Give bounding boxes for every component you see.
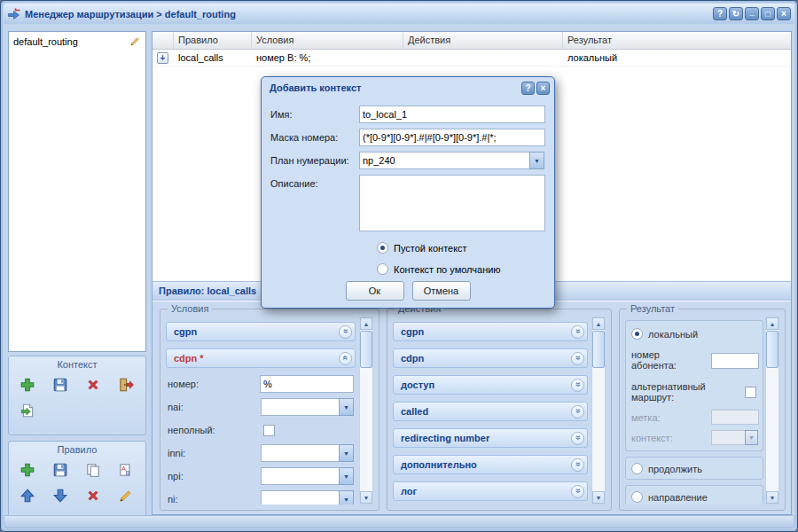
- scroll-up-icon[interactable]: ▲: [766, 317, 778, 330]
- scroll-up-icon[interactable]: ▲: [592, 317, 605, 330]
- description-field[interactable]: [359, 175, 545, 231]
- inni-combo[interactable]: ▼: [261, 444, 354, 462]
- delete-rule-button[interactable]: [82, 485, 104, 506]
- status-bar: [4, 515, 794, 528]
- empty-context-radio[interactable]: [377, 242, 388, 254]
- export-context-button[interactable]: [115, 374, 137, 395]
- edit-rule-button[interactable]: [115, 485, 137, 506]
- copy-rule-button[interactable]: [82, 459, 104, 481]
- add-context-button[interactable]: [17, 374, 38, 395]
- chevron-down-icon[interactable]: «: [339, 325, 352, 339]
- section-cgpn-action[interactable]: cgpn «: [393, 322, 588, 341]
- actions-scrollbar[interactable]: ▲ ▼: [591, 317, 606, 505]
- edit-pencil-icon[interactable]: [129, 35, 141, 47]
- section-label: cgpn: [401, 326, 424, 337]
- delete-icon: [85, 488, 101, 504]
- numbering-plan-input[interactable]: [359, 152, 530, 169]
- continue-radio[interactable]: [631, 463, 643, 474]
- mask-field[interactable]: [359, 129, 545, 146]
- conditions-fieldset: Условия cgpn « cdpn * « номер:: [160, 309, 379, 511]
- alt-route-checkbox[interactable]: [745, 387, 756, 398]
- default-context-radio[interactable]: [377, 263, 388, 275]
- rename-icon: AB: [118, 462, 134, 478]
- save-rule-button[interactable]: [50, 459, 71, 481]
- npi-input[interactable]: [261, 467, 340, 485]
- close-icon[interactable]: ×: [777, 7, 791, 20]
- list-item[interactable]: default_routing: [9, 32, 145, 51]
- grid-header-conditions[interactable]: Условия: [252, 32, 403, 49]
- local-radio[interactable]: [631, 328, 643, 340]
- section-called[interactable]: called «: [393, 402, 588, 421]
- inni-input[interactable]: [261, 444, 340, 462]
- numbering-plan-label: План нумерации:: [270, 152, 359, 169]
- window-titlebar[interactable]: Менеджер маршрутизации > default_routing…: [4, 4, 794, 24]
- scroll-thumb[interactable]: [766, 331, 778, 368]
- refresh-icon[interactable]: ↻: [729, 7, 743, 20]
- section-cgpn[interactable]: cgpn «: [166, 322, 356, 341]
- dialog-titlebar[interactable]: Добавить контекст ? ×: [262, 77, 554, 98]
- scroll-down-icon[interactable]: ▼: [592, 491, 605, 504]
- chevron-down-icon[interactable]: «: [571, 458, 584, 472]
- grid-header-actions[interactable]: Действия: [403, 32, 563, 49]
- row-expander-icon[interactable]: +: [157, 52, 168, 64]
- section-additional[interactable]: дополнительно «: [393, 455, 588, 474]
- chevron-up-icon[interactable]: «: [339, 352, 352, 365]
- import-context-button[interactable]: [17, 400, 38, 421]
- chevron-down-icon[interactable]: «: [571, 379, 584, 392]
- ok-button[interactable]: Ок: [346, 281, 404, 301]
- ni-combo[interactable]: ▼: [261, 490, 354, 505]
- section-log[interactable]: лог «: [393, 481, 588, 501]
- app-icon: [7, 7, 21, 21]
- add-rule-button[interactable]: [17, 459, 38, 481]
- dialog-close-icon[interactable]: ×: [536, 82, 550, 95]
- move-up-icon: [20, 488, 35, 504]
- scroll-up-icon[interactable]: ▲: [360, 317, 372, 330]
- name-label: Имя:: [270, 106, 359, 123]
- delete-context-button[interactable]: [82, 374, 104, 395]
- rule-toolbar: Правило AB: [8, 441, 146, 519]
- minimize-icon[interactable]: _: [745, 7, 759, 20]
- rename-rule-button[interactable]: AB: [115, 459, 137, 481]
- chevron-down-icon[interactable]: ▼: [339, 490, 354, 505]
- chevron-down-icon[interactable]: «: [571, 485, 584, 498]
- chevron-down-icon[interactable]: ▼: [339, 398, 354, 416]
- chevron-down-icon[interactable]: «: [571, 405, 584, 419]
- scroll-down-icon[interactable]: ▼: [766, 491, 778, 504]
- npi-combo[interactable]: ▼: [261, 467, 354, 485]
- subscriber-number-input[interactable]: [711, 353, 759, 369]
- number-input[interactable]: [260, 375, 354, 393]
- chevron-down-icon[interactable]: ▼: [529, 152, 544, 169]
- move-rule-down-button[interactable]: [50, 485, 71, 506]
- result-scrollbar[interactable]: ▲ ▼: [765, 317, 779, 505]
- direction-radio[interactable]: [631, 491, 643, 503]
- section-access[interactable]: доступ «: [393, 375, 588, 395]
- ni-input[interactable]: [261, 490, 340, 505]
- section-cdpn[interactable]: cdpn * «: [166, 348, 356, 368]
- dialog-help-icon[interactable]: ?: [521, 82, 535, 95]
- chevron-down-icon[interactable]: «: [571, 352, 584, 365]
- nai-input[interactable]: [261, 398, 340, 416]
- numbering-plan-combo[interactable]: ▼: [359, 152, 544, 169]
- help-icon[interactable]: ?: [713, 7, 727, 20]
- chevron-down-icon[interactable]: ▼: [339, 444, 354, 462]
- chevron-down-icon[interactable]: «: [571, 432, 584, 445]
- table-row[interactable]: + local_calls номер В: %; локальный: [153, 50, 791, 66]
- chevron-down-icon[interactable]: «: [571, 325, 584, 339]
- scroll-thumb[interactable]: [592, 331, 605, 368]
- scroll-down-icon[interactable]: ▼: [360, 491, 372, 504]
- conditions-scrollbar[interactable]: ▲ ▼: [359, 317, 373, 505]
- chevron-down-icon[interactable]: ▼: [339, 467, 354, 485]
- nai-combo[interactable]: ▼: [261, 398, 354, 416]
- scroll-thumb[interactable]: [360, 331, 372, 368]
- cancel-button[interactable]: Отмена: [412, 281, 471, 301]
- grid-header-rule[interactable]: Правило: [174, 32, 252, 49]
- section-cdpn-action[interactable]: cdpn «: [393, 348, 588, 368]
- grid-header-result[interactable]: Результат: [563, 32, 791, 49]
- name-field[interactable]: [359, 106, 545, 123]
- section-redirecting-number[interactable]: redirecting number «: [393, 428, 588, 448]
- move-rule-up-button[interactable]: [17, 485, 38, 506]
- save-context-button[interactable]: [50, 374, 71, 395]
- section-label: called: [401, 406, 428, 417]
- maximize-icon[interactable]: □: [761, 7, 775, 20]
- incomplete-checkbox[interactable]: [263, 425, 275, 436]
